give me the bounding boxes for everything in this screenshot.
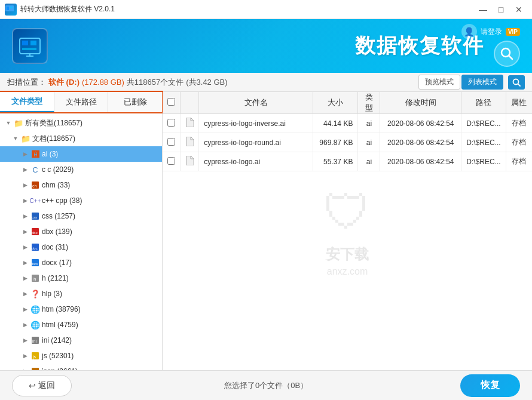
file-chm-icon: ch <box>30 180 40 190</box>
row-checkbox[interactable] <box>163 114 181 133</box>
tree-label: 文档(118657) <box>32 134 162 144</box>
file-doc-icon: doc <box>30 242 40 252</box>
row-file-path: D:\$REC... <box>461 152 506 171</box>
watermark: 🛡 安下载 anxz.com <box>323 185 371 277</box>
tab-bar: 文件类型 文件路径 已删除 <box>0 92 162 113</box>
close-button[interactable]: ✕ <box>510 4 527 16</box>
header-search-button[interactable] <box>494 41 520 67</box>
svg-text:css: css <box>32 216 37 219</box>
total-size: (共3.42 GB) <box>186 77 227 88</box>
table-row[interactable]: cypress-io-logo-round.ai 969.87 KB ai 20… <box>163 133 532 152</box>
svg-rect-3 <box>20 38 40 54</box>
row-file-icon <box>181 133 199 152</box>
svg-text:docx: docx <box>31 262 38 266</box>
file-ini-icon: ini <box>30 336 40 345</box>
tree-item-ai[interactable]: ▶ 🅰 ai (3) <box>0 146 162 162</box>
tree-label: hlp (3) <box>42 290 162 298</box>
tree-item-hlp[interactable]: ▶ ❓ hlp (3) <box>0 286 162 301</box>
row-file-time: 2020-08-06 08:42:54 <box>380 152 461 171</box>
col-name-header: 文件名 <box>199 92 313 114</box>
svg-text:ch: ch <box>32 184 37 188</box>
col-size-header: 大小 <box>313 92 357 114</box>
minimize-button[interactable]: — <box>475 4 491 16</box>
row-file-name: cypress-io-logo-inverse.ai <box>199 114 313 133</box>
table-row[interactable]: cypress-io-logo-inverse.ai 44.14 KB ai 2… <box>163 114 532 133</box>
tree-item-all-types[interactable]: ▼ 📁 所有类型(118657) <box>0 115 162 131</box>
svg-rect-2 <box>10 7 13 8</box>
header-logo <box>12 28 48 64</box>
file-docx-icon: docx <box>30 258 40 267</box>
tree-item-json[interactable]: ▶ json json (2661) <box>0 364 162 370</box>
svg-line-12 <box>518 84 521 86</box>
tree-arrow: ▶ <box>22 213 29 220</box>
total-files: 共118657个文件 <box>127 77 184 88</box>
tree-label: htm (38796) <box>42 305 162 313</box>
tree-item-css[interactable]: ▶ css css (1257) <box>0 208 162 224</box>
header-title: 数据恢复软件 <box>355 32 484 60</box>
select-all-checkbox[interactable] <box>167 98 175 106</box>
tree-arrow: ▶ <box>22 181 29 189</box>
tree-arrow: ▶ <box>22 368 29 370</box>
tree-item-ini[interactable]: ▶ ini ini (2142) <box>0 333 162 348</box>
tab-file-type[interactable]: 文件类型 <box>0 92 54 112</box>
preview-mode-button[interactable]: 预览模式 <box>418 75 460 90</box>
tree-arrow: ▶ <box>22 306 29 313</box>
tree-item-doc[interactable]: ▶ doc doc (31) <box>0 239 162 255</box>
tree-arrow: ▶ <box>22 197 29 204</box>
row-file-time: 2020-08-06 08:42:54 <box>380 114 461 133</box>
app-icon <box>5 4 17 16</box>
tree-arrow: ▶ <box>22 166 29 173</box>
svg-rect-4 <box>22 41 28 45</box>
svg-text:ini: ini <box>32 339 36 343</box>
file-hlp-icon: ❓ <box>30 289 40 299</box>
svg-text:h: h <box>33 276 36 282</box>
file-dbx-icon: dbx <box>30 227 40 236</box>
row-checkbox[interactable] <box>163 152 181 171</box>
col-path-header: 路径 <box>461 92 506 114</box>
tab-deleted[interactable]: 已删除 <box>108 92 162 112</box>
scan-location: 扫描位置： 软件 (D:) (172.88 GB) 共118657个文件 (共3… <box>7 77 414 88</box>
tree-item-chm[interactable]: ▶ ch chm (33) <box>0 177 162 193</box>
tree-arrow: ▶ <box>22 275 29 282</box>
tree-label: docx (17) <box>42 259 162 267</box>
tree-item-docs[interactable]: ▼ 📁 文档(118657) <box>0 131 162 146</box>
svg-rect-29 <box>32 368 39 370</box>
tab-file-path[interactable]: 文件路径 <box>54 92 109 112</box>
col-checkbox <box>163 92 181 114</box>
back-label: 返回 <box>38 380 55 391</box>
tree-arrow: ▶ <box>22 259 29 266</box>
tree-item-dbx[interactable]: ▶ dbx dbx (139) <box>0 224 162 239</box>
tree-item-h[interactable]: ▶ h h (2121) <box>0 270 162 286</box>
back-button[interactable]: ↩ 返回 <box>12 375 72 396</box>
location-name: 软件 (D:) <box>48 77 80 88</box>
tree-label: css (1257) <box>42 212 162 220</box>
tree-item-docx[interactable]: ▶ docx docx (17) <box>0 255 162 270</box>
row-file-size: 969.87 KB <box>313 133 357 152</box>
tree-item-html[interactable]: ▶ 🌐 html (4759) <box>0 317 162 333</box>
tree-label: h (2121) <box>42 274 162 282</box>
tree-label: ini (2142) <box>42 336 162 344</box>
watermark-text: 安下载 <box>323 245 371 264</box>
tree-item-js[interactable]: ▶ js js (52301) <box>0 348 162 364</box>
restore-button[interactable]: 恢复 <box>460 374 520 397</box>
tree-container[interactable]: ▼ 📁 所有类型(118657) ▼ 📁 文档(118657) ▶ 🅰 ai (… <box>0 113 162 370</box>
folder-icon: 📁 <box>14 118 23 128</box>
maximize-button[interactable]: □ <box>493 4 509 16</box>
header: 👤 请登录 VIP 数据恢复软件 <box>0 19 532 73</box>
window-controls: — □ ✕ <box>475 4 527 16</box>
row-file-name: cypress-io-logo-round.ai <box>199 133 313 152</box>
tree-item-c[interactable]: ▶ C c c (2029) <box>0 162 162 177</box>
row-file-attr: 存档 <box>506 114 532 133</box>
file-css-icon: css <box>30 211 40 221</box>
right-panel: 文件名 大小 类型 修改时间 路径 属性 cypress-io-logo-inv… <box>163 92 532 370</box>
list-mode-button[interactable]: 列表模式 <box>461 75 503 90</box>
tree-arrow: ▶ <box>22 290 29 297</box>
svg-rect-5 <box>30 41 36 45</box>
toolbar-search-button[interactable] <box>508 75 525 90</box>
row-file-attr: 存档 <box>506 152 532 171</box>
tree-item-cpp[interactable]: ▶ C++ c++ cpp (38) <box>0 193 162 208</box>
row-checkbox[interactable] <box>163 133 181 152</box>
tree-item-htm[interactable]: ▶ 🌐 htm (38796) <box>0 301 162 317</box>
table-row[interactable]: cypress-io-logo.ai 55.37 KB ai 2020-08-0… <box>163 152 532 171</box>
table-header: 文件名 大小 类型 修改时间 路径 属性 <box>163 92 532 114</box>
